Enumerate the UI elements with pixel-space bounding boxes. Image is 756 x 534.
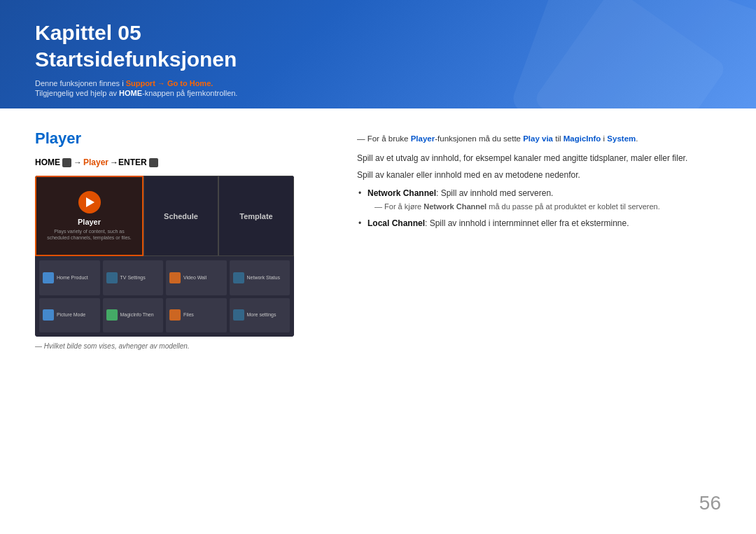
menu-item-text: Files <box>183 312 194 318</box>
home-icon <box>62 158 71 167</box>
enter-icon <box>149 158 158 167</box>
menu-item-text: Home Product <box>57 275 88 281</box>
header-subtitle: Denne funksjonen finnes i Support → Go t… <box>35 79 721 97</box>
main-desc-1: Spill av et utvalg av innhold, for eksem… <box>357 152 721 164</box>
player-area: Player Plays variety of content, such as… <box>35 176 294 256</box>
screenshot-box: Player Plays variety of content, such as… <box>35 176 294 337</box>
menu-item-text: Network Status <box>247 275 280 281</box>
player-panel: Player Plays variety of content, such as… <box>35 176 144 256</box>
player-panel-sublabel: Plays variety of content, such as schedu… <box>43 228 135 241</box>
menu-icon <box>169 272 181 283</box>
list-item: Video Wall <box>166 260 227 295</box>
header-note-line1: Denne funksjonen finnes i Support → Go t… <box>35 79 721 87</box>
list-item: TV Settings <box>103 260 164 295</box>
play-triangle-icon <box>86 197 94 207</box>
list-item: Picture Mode <box>39 298 100 333</box>
section-title: Player <box>35 129 329 148</box>
player-panel-label: Player <box>78 218 101 226</box>
menu-icon <box>43 272 54 283</box>
menu-icon <box>106 272 118 283</box>
play-icon-circle <box>78 191 101 213</box>
right-column: ― For å bruke Player-funksjonen må du se… <box>357 129 721 350</box>
menu-grid: Home Product TV Settings Video Wall Netw… <box>35 256 294 337</box>
menu-item-text: Picture Mode <box>57 312 85 318</box>
header-note-line2: Tilgjengelig ved hjelp av HOME-knappen p… <box>35 89 721 97</box>
menu-icon <box>169 309 181 321</box>
template-label: Template <box>239 212 272 220</box>
list-item: Home Product <box>39 260 100 295</box>
caption-note: ― Hvilket bilde som vises, avhenger av m… <box>35 342 329 350</box>
list-item: MagicInfo Then <box>103 298 164 333</box>
list-item: More settings <box>230 298 290 333</box>
page-number: 56 <box>699 492 721 514</box>
sub-note: For å kjøre Network Channel må du passe … <box>374 202 721 212</box>
main-desc-2: Spill av kanaler eller innhold med en av… <box>357 169 721 181</box>
menu-item-text: TV Settings <box>120 275 146 281</box>
bullet-list: Network Channel: Spill av innhold med se… <box>357 187 721 229</box>
chapter-number: Kapittel 05 <box>35 21 141 44</box>
template-panel: Template <box>218 176 294 256</box>
list-item: Network Status <box>230 260 290 295</box>
menu-icon <box>43 309 54 321</box>
menu-icon <box>233 309 244 321</box>
menu-icon <box>106 309 118 321</box>
chapter-title: Kapittel 05 Startsidefunksjonen <box>35 20 721 72</box>
home-label: HOME <box>35 157 60 167</box>
schedule-label: Schedule <box>164 212 198 220</box>
main-content: Player HOME → Player →ENTER Player Plays… <box>0 108 756 364</box>
schedule-panel: Schedule <box>144 176 218 256</box>
list-item: Files <box>166 298 227 333</box>
menu-item-text: Video Wall <box>183 275 206 281</box>
menu-icon <box>233 272 244 283</box>
left-column: Player HOME → Player →ENTER Player Plays… <box>35 129 329 350</box>
top-note: ― For å bruke Player-funksjonen må du se… <box>357 133 721 145</box>
nav-instruction: HOME → Player →ENTER <box>35 157 329 167</box>
menu-item-text: More settings <box>247 312 276 318</box>
list-item: Local Channel: Spill av innhold i intern… <box>357 217 721 230</box>
menu-item-text: MagicInfo Then <box>120 312 154 318</box>
chapter-subtitle: Startsidefunksjonen <box>35 48 237 71</box>
header-banner: Kapittel 05 Startsidefunksjonen Denne fu… <box>0 0 756 108</box>
list-item: Network Channel: Spill av innhold med se… <box>357 187 721 212</box>
